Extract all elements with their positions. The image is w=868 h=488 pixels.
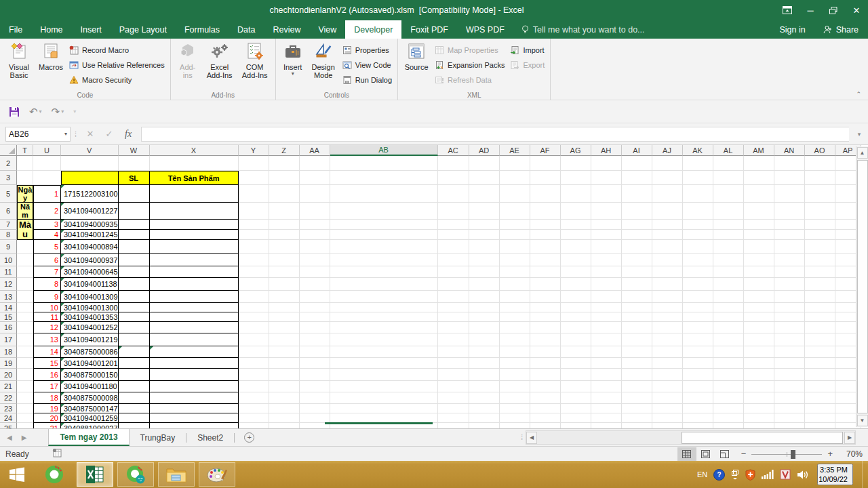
cell-U11[interactable]: 7 <box>33 266 61 278</box>
cell-AO11[interactable] <box>805 266 835 278</box>
cell-AB20[interactable] <box>330 369 438 381</box>
cell-AM20[interactable] <box>744 369 774 381</box>
cell-AM18[interactable] <box>744 346 774 358</box>
cell-AE19[interactable] <box>500 358 530 369</box>
cell-AD8[interactable] <box>469 230 500 240</box>
tab-scroll-splitter[interactable]: ⁞ <box>518 429 526 446</box>
cell-AM7[interactable] <box>744 220 774 230</box>
cell-X9[interactable] <box>150 240 239 254</box>
cell-AF12[interactable] <box>530 278 561 291</box>
cell-T5[interactable]: Ngày <box>17 185 33 203</box>
cell-AK8[interactable] <box>683 230 713 240</box>
cell-AG23[interactable] <box>561 404 591 413</box>
cell-Z10[interactable] <box>269 254 300 266</box>
cell-AN22[interactable] <box>774 392 805 404</box>
cell-W9[interactable] <box>119 240 150 254</box>
cell-Z13[interactable] <box>269 291 300 303</box>
cell-AA10[interactable] <box>300 254 330 266</box>
row-header-6[interactable]: 6 <box>0 203 17 220</box>
cell-W11[interactable] <box>119 266 150 278</box>
cell-W24[interactable] <box>119 413 150 423</box>
com-add-ins-button[interactable]: COM Add-Ins <box>237 40 273 90</box>
cell-AC19[interactable] <box>438 358 469 369</box>
row-header-20[interactable]: 20 <box>0 369 17 381</box>
cell-AL20[interactable] <box>713 369 744 381</box>
cell-AD25[interactable] <box>469 423 500 428</box>
cell-AI8[interactable] <box>622 230 652 240</box>
cell-AI5[interactable] <box>622 185 652 203</box>
page-layout-view-button[interactable] <box>696 447 715 461</box>
cell-AJ17[interactable] <box>652 333 683 346</box>
cell-AM15[interactable] <box>744 312 774 322</box>
cell-AO17[interactable] <box>805 333 835 346</box>
horizontal-scroll-track[interactable] <box>537 432 844 444</box>
cell-Y6[interactable] <box>239 203 269 220</box>
scroll-left-arrow[interactable]: ◀ <box>526 432 537 444</box>
column-header-AM[interactable]: AM <box>744 145 774 156</box>
cell-AE7[interactable] <box>500 220 530 230</box>
cell-AK7[interactable] <box>683 220 713 230</box>
cell-X6[interactable] <box>150 203 239 220</box>
cell-AM13[interactable] <box>744 291 774 303</box>
cell-AB19[interactable] <box>330 358 438 369</box>
cell-AB2[interactable] <box>330 156 438 171</box>
cell-AH2[interactable] <box>591 156 622 171</box>
cell-W14[interactable] <box>119 303 150 312</box>
cell-T13[interactable] <box>17 291 33 303</box>
cell-AK15[interactable] <box>683 312 713 322</box>
cell-W23[interactable] <box>119 404 150 413</box>
sheet-nav-right-arrow[interactable]: ▶ <box>22 434 27 441</box>
cell-AC16[interactable] <box>438 322 469 333</box>
excel-taskbar-button[interactable] <box>77 462 113 487</box>
cell-AM24[interactable] <box>744 413 774 423</box>
cell-AE8[interactable] <box>500 230 530 240</box>
cell-T25[interactable] <box>17 423 33 428</box>
cell-V10[interactable]: 3041094000937 <box>61 254 119 266</box>
cell-AA2[interactable] <box>300 156 330 171</box>
cell-AL22[interactable] <box>713 392 744 404</box>
ribbon-tab-foxit-pdf[interactable]: Foxit PDF <box>401 20 457 39</box>
cell-AB3[interactable] <box>330 171 438 185</box>
cell-Y10[interactable] <box>239 254 269 266</box>
cell-AA17[interactable] <box>300 333 330 346</box>
row-header-14[interactable]: 14 <box>0 303 17 312</box>
cell-AB6[interactable] <box>330 203 438 220</box>
cell-AB9[interactable] <box>330 240 438 254</box>
cell-W12[interactable] <box>119 278 150 291</box>
cell-AI13[interactable] <box>622 291 652 303</box>
cell-AA24[interactable] <box>300 413 330 423</box>
macro-record-button[interactable] <box>52 448 62 460</box>
cell-AH18[interactable] <box>591 346 622 358</box>
column-header-AA[interactable]: AA <box>300 145 330 156</box>
cell-AL17[interactable] <box>713 333 744 346</box>
cell-W22[interactable] <box>119 392 150 404</box>
cell-T23[interactable] <box>17 404 33 413</box>
ribbon-tab-home[interactable]: Home <box>31 20 71 39</box>
cell-AM2[interactable] <box>744 156 774 171</box>
horizontal-scroll-thumb[interactable] <box>682 432 843 444</box>
column-header-AB[interactable]: AB <box>330 145 438 156</box>
cell-AC14[interactable] <box>438 303 469 312</box>
cell-AO21[interactable] <box>805 381 835 392</box>
cell-V5[interactable]: 1715122003100 <box>61 185 119 203</box>
cell-AA8[interactable] <box>300 230 330 240</box>
cell-AN5[interactable] <box>774 185 805 203</box>
cell-AJ12[interactable] <box>652 278 683 291</box>
cell-AB5[interactable] <box>330 185 438 203</box>
cell-AK23[interactable] <box>683 404 713 413</box>
cell-Z9[interactable] <box>269 240 300 254</box>
cell-AO10[interactable] <box>805 254 835 266</box>
cell-AL21[interactable] <box>713 381 744 392</box>
select-all-button[interactable] <box>0 145 17 156</box>
cell-W25[interactable] <box>119 423 150 428</box>
cell-AE9[interactable] <box>500 240 530 254</box>
cell-AF7[interactable] <box>530 220 561 230</box>
cell-AE20[interactable] <box>500 369 530 381</box>
cell-AC2[interactable] <box>438 156 469 171</box>
cell-AJ22[interactable] <box>652 392 683 404</box>
ribbon-tab-page-layout[interactable]: Page Layout <box>111 20 176 39</box>
cell-AC22[interactable] <box>438 392 469 404</box>
cell-V19[interactable]: 3041094001201 <box>61 358 119 369</box>
cell-AD9[interactable] <box>469 240 500 254</box>
cell-U8[interactable]: 4 <box>33 230 61 240</box>
